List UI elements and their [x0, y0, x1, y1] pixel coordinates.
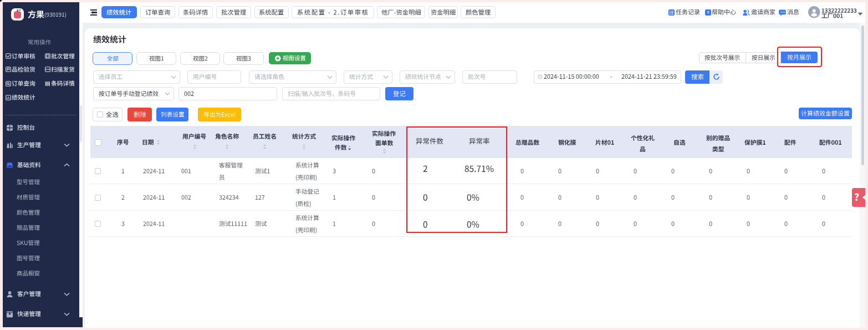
svg-text:?: ?	[707, 10, 709, 15]
